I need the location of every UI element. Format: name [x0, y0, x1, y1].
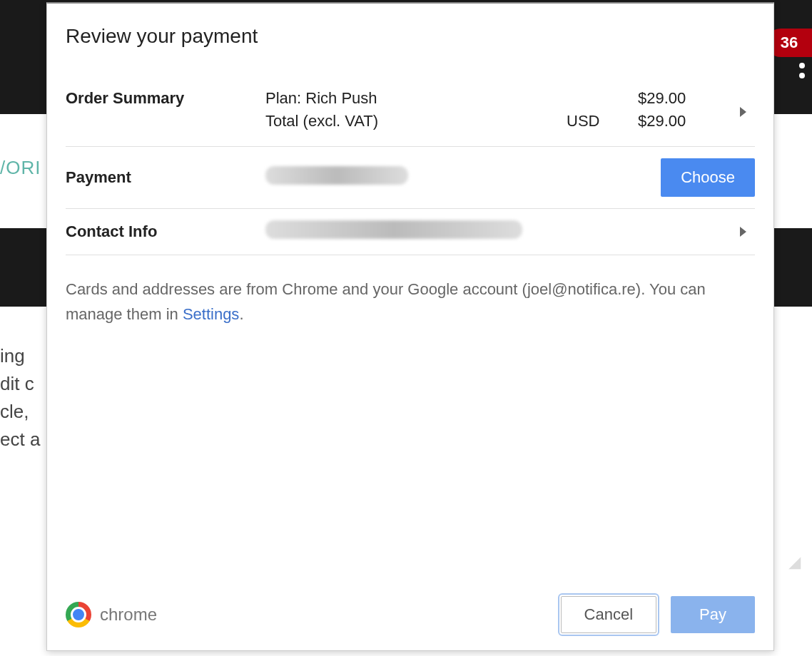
- settings-link[interactable]: Settings: [183, 305, 240, 323]
- info-text-after: .: [239, 305, 243, 323]
- chrome-brand-label: chrome: [100, 605, 157, 625]
- bg-text-line: ing: [0, 342, 40, 370]
- modal-title: Review your payment: [66, 25, 755, 48]
- payment-review-modal: Review your payment Order Summary Plan: …: [46, 2, 774, 651]
- contact-info-section: Contact Info: [66, 209, 755, 255]
- chrome-brand: chrome: [66, 602, 157, 627]
- background-caret-icon: [788, 557, 806, 575]
- cancel-button[interactable]: Cancel: [561, 596, 656, 633]
- payment-label: Payment: [66, 168, 265, 187]
- notification-count: 36: [781, 34, 798, 52]
- bg-text-line: cle,: [0, 398, 40, 426]
- notification-dots: [799, 63, 805, 78]
- order-summary-section: Order Summary Plan: Rich Push $29.00 Tot…: [66, 78, 755, 147]
- contact-info-content: [265, 220, 731, 243]
- footer-actions: Cancel Pay: [561, 596, 755, 633]
- order-plan-desc: Plan: Rich Push: [265, 89, 567, 108]
- background-text-fragments: ing dit c cle, ect a: [0, 342, 40, 453]
- contact-redacted: [265, 220, 522, 239]
- chrome-logo-icon: [66, 602, 91, 627]
- info-text-before: Cards and addresses are from Chrome and …: [66, 280, 706, 323]
- choose-payment-button[interactable]: Choose: [661, 158, 755, 197]
- pay-button[interactable]: Pay: [671, 596, 755, 633]
- order-row: Total (excl. VAT) USD $29.00: [265, 112, 731, 130]
- contact-info-expand[interactable]: [731, 227, 755, 237]
- contact-info-label: Contact Info: [66, 222, 265, 241]
- order-plan-amount: $29.00: [638, 89, 731, 108]
- order-summary-label: Order Summary: [66, 89, 265, 135]
- background-word-fragment: /ORI: [0, 157, 41, 179]
- bg-text-line: dit c: [0, 370, 40, 398]
- order-total-currency: USD: [567, 112, 638, 130]
- order-total-desc: Total (excl. VAT): [265, 112, 567, 130]
- payment-redacted: [265, 166, 408, 185]
- order-summary-expand[interactable]: [731, 89, 755, 135]
- info-text: Cards and addresses are from Chrome and …: [66, 277, 755, 327]
- modal-footer: chrome Cancel Pay: [66, 582, 755, 633]
- chevron-right-icon: [740, 227, 746, 237]
- chevron-right-icon: [740, 107, 746, 117]
- payment-content: [265, 166, 661, 189]
- order-row: Plan: Rich Push $29.00: [265, 89, 731, 108]
- bg-text-line: ect a: [0, 426, 40, 453]
- order-total-amount: $29.00: [638, 112, 731, 130]
- order-summary-content: Plan: Rich Push $29.00 Total (excl. VAT)…: [265, 89, 731, 135]
- order-plan-currency: [567, 89, 638, 108]
- payment-section: Payment Choose: [66, 147, 755, 209]
